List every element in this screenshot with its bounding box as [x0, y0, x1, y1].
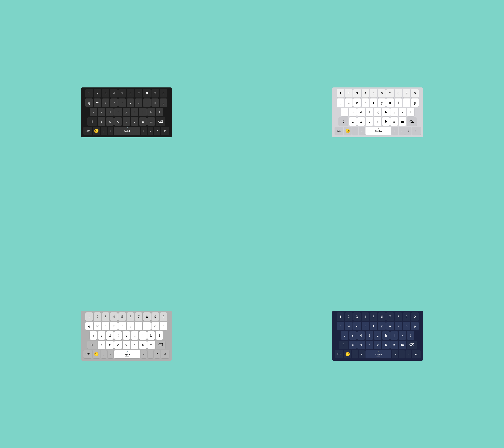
key-w[interactable]: w — [94, 322, 101, 330]
key-i[interactable]: i — [143, 98, 151, 107]
arrow-left-key[interactable]: « — [108, 350, 113, 358]
space-key[interactable]: 🎤 English — [365, 127, 391, 135]
space-key[interactable]: 🎤 English — [365, 350, 391, 358]
key-f[interactable]: f — [114, 108, 122, 116]
key-u[interactable]: u — [135, 98, 143, 107]
key-z[interactable]: z — [98, 117, 105, 126]
arrow-left-key[interactable]: « — [359, 350, 365, 358]
period-key[interactable]: . — [148, 350, 153, 358]
num-switch-key[interactable]: 123? — [335, 127, 343, 135]
key-h[interactable]: h — [131, 108, 138, 116]
key-k[interactable]: k — [147, 331, 155, 340]
comma-key[interactable]: , — [352, 350, 358, 358]
key-c[interactable]: c — [114, 117, 122, 126]
enter-key[interactable]: ↵ — [412, 350, 421, 358]
key-6[interactable]: 6 — [378, 89, 386, 97]
key-4[interactable]: 4 — [361, 312, 369, 321]
key-g[interactable]: g — [123, 108, 130, 116]
key-6[interactable]: 6 — [127, 89, 134, 97]
key-4[interactable]: 4 — [110, 89, 118, 97]
num-switch-key[interactable]: 123? — [83, 127, 92, 135]
key-n[interactable]: n — [139, 117, 147, 126]
key-b[interactable]: b — [131, 340, 138, 349]
key-m[interactable]: m — [147, 117, 155, 126]
key-y[interactable]: y — [378, 322, 386, 330]
key-b[interactable]: b — [131, 117, 138, 126]
arrow-left-key[interactable]: « — [359, 127, 365, 135]
key-p[interactable]: p — [160, 98, 167, 107]
key-a[interactable]: a — [341, 331, 348, 340]
key-z[interactable]: z — [98, 340, 105, 349]
key-0[interactable]: 0 — [411, 312, 419, 321]
enter-key[interactable]: ↵ — [161, 127, 169, 135]
key-p[interactable]: p — [411, 98, 419, 107]
key-1[interactable]: 1 — [337, 312, 344, 321]
key-t[interactable]: t — [370, 322, 377, 330]
question-key[interactable]: ? — [154, 127, 160, 135]
key-g[interactable]: g — [374, 331, 381, 340]
key-t[interactable]: t — [118, 322, 126, 330]
key-3[interactable]: 3 — [102, 89, 109, 97]
key-0[interactable]: 0 — [411, 89, 419, 97]
key-6[interactable]: 6 — [127, 312, 134, 321]
key-q[interactable]: q — [337, 322, 344, 330]
key-q[interactable]: q — [337, 98, 344, 107]
arrow-right-key[interactable]: » — [141, 127, 147, 135]
key-i[interactable]: i — [395, 98, 402, 107]
key-5[interactable]: 5 — [118, 312, 126, 321]
emoji-key[interactable]: 🙂 — [344, 127, 351, 135]
key-p[interactable]: p — [160, 322, 167, 330]
key-d[interactable]: d — [357, 108, 365, 116]
key-u[interactable]: u — [135, 322, 143, 330]
key-i[interactable]: i — [143, 322, 151, 330]
key-n[interactable]: n — [139, 340, 147, 349]
key-e[interactable]: e — [353, 98, 361, 107]
key-m[interactable]: m — [399, 340, 406, 349]
key-w[interactable]: w — [94, 98, 101, 107]
key-3[interactable]: 3 — [353, 89, 361, 97]
key-g[interactable]: g — [123, 331, 130, 340]
key-n[interactable]: n — [390, 340, 398, 349]
key-c[interactable]: c — [366, 340, 373, 349]
key-4[interactable]: 4 — [110, 312, 118, 321]
key-3[interactable]: 3 — [353, 312, 361, 321]
key-w[interactable]: w — [345, 322, 353, 330]
period-key[interactable]: . — [399, 127, 405, 135]
key-8[interactable]: 8 — [143, 312, 151, 321]
period-key[interactable]: . — [148, 127, 153, 135]
backspace-key[interactable]: ⌫ — [156, 117, 165, 126]
emoji-key[interactable]: 🙂 — [93, 127, 100, 135]
key-s[interactable]: s — [98, 108, 105, 116]
key-u[interactable]: u — [386, 322, 394, 330]
key-t[interactable]: t — [118, 98, 126, 107]
key-h[interactable]: h — [382, 331, 390, 340]
key-9[interactable]: 9 — [403, 89, 410, 97]
shift-key[interactable]: ⇧ — [87, 340, 97, 349]
key-v[interactable]: v — [123, 340, 130, 349]
key-s[interactable]: s — [349, 108, 357, 116]
key-k[interactable]: k — [399, 108, 406, 116]
key-v[interactable]: v — [374, 340, 381, 349]
key-5[interactable]: 5 — [118, 89, 126, 97]
key-n[interactable]: n — [390, 117, 398, 126]
key-o[interactable]: o — [151, 98, 159, 107]
key-i[interactable]: i — [395, 322, 402, 330]
emoji-key[interactable]: 🙂 — [344, 350, 351, 358]
arrow-right-key[interactable]: » — [141, 350, 147, 358]
key-3[interactable]: 3 — [102, 312, 109, 321]
key-v[interactable]: v — [374, 117, 381, 126]
key-o[interactable]: o — [151, 322, 159, 330]
backspace-key[interactable]: ⌫ — [407, 340, 417, 349]
arrow-right-key[interactable]: » — [392, 127, 398, 135]
comma-key[interactable]: , — [352, 127, 358, 135]
key-q[interactable]: q — [85, 98, 93, 107]
key-j[interactable]: j — [139, 331, 147, 340]
key-7[interactable]: 7 — [135, 89, 143, 97]
question-key[interactable]: ? — [406, 350, 411, 358]
key-j[interactable]: j — [390, 331, 398, 340]
num-switch-key[interactable]: 123? — [335, 350, 343, 358]
key-t[interactable]: t — [370, 98, 377, 107]
key-x[interactable]: x — [357, 117, 365, 126]
key-o[interactable]: o — [403, 322, 410, 330]
shift-key[interactable]: ⇧ — [339, 117, 348, 126]
